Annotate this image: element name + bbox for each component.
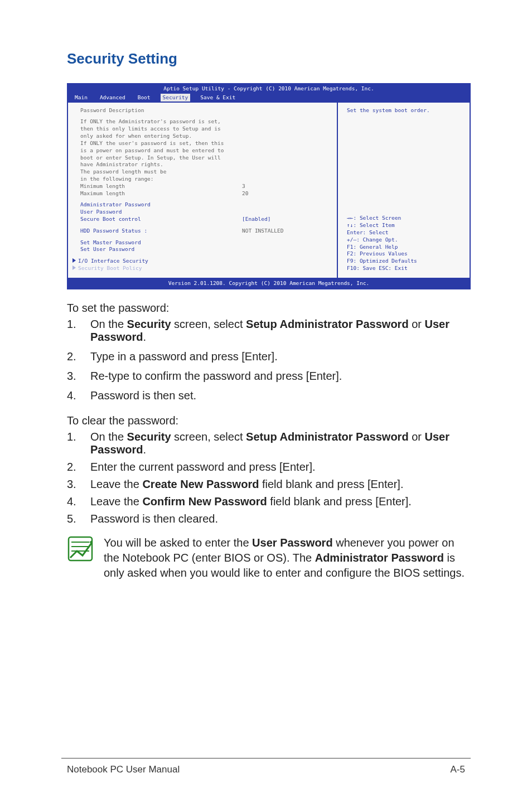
bios-desc-line: If ONLY the user's password is set, then… [80,140,331,147]
bios-key-line: Enter: Select [347,229,464,236]
step-number: 2. [67,461,90,474]
bios-menu: Main Advanced Boot Security Save & Exit [72,94,465,102]
note-box: You will be asked to enter the User Pass… [67,535,471,581]
bios-max-length: Maximum length 20 [80,190,331,197]
bios-tab-advanced: Advanced [98,94,128,102]
clear-password-lead: To clear the password: [67,414,471,427]
t: On the [90,431,127,443]
bios-item-set-user: Set User Password [80,246,331,253]
bios-key-line: F9: Optimized Defaults [347,258,464,265]
bios-key-line: →←: Select Screen [347,215,464,222]
bios-tab-main: Main [72,94,90,102]
bios-desc-line: in the following range: [80,176,331,183]
step-text: Password is then set. [90,389,471,402]
bios-desc-line: then this only limits access to Setup an… [80,125,331,133]
bios-item-user-password: User Password [80,209,331,216]
bios-max-length-label: Maximum length [80,190,242,197]
bios-secure-boot-label: Secure Boot control [80,216,242,223]
step-number: 4. [67,389,90,402]
t: field blank and press [Enter]. [267,495,412,508]
step-number: 3. [67,478,90,491]
bios-io-interface-label: I/O Interface Security [78,258,148,264]
bios-key-line: F10: Save ESC: Exit [347,265,464,272]
footer-left: Notebook PC User Manual [67,764,180,775]
step-text: Leave the Confirm New Password field bla… [90,495,471,508]
bios-key-line: +/—: Change Opt. [347,236,464,244]
bios-header-title: Aptio Setup Utility - Copyright (C) 2010… [72,85,465,93]
bios-item-admin-password: Administrator Password [80,201,331,209]
step-number: 1. [67,318,90,344]
step-text: On the Security screen, select Setup Adm… [90,318,471,344]
bios-desc-line: The password length must be [80,168,331,176]
bios-key-line: F1: General Help [347,244,464,251]
step-number: 3. [67,370,90,383]
page-footer: Notebook PC User Manual A-5 [67,764,465,775]
t: . [143,443,146,456]
t: or [409,318,425,330]
step-number: 2. [67,350,90,363]
t: screen, select [171,431,246,443]
t: Setup Administrator Password [246,318,409,330]
bios-item-set-master: Set Master Password [80,239,331,247]
t: Setup Administrator Password [246,431,409,443]
t: Security [127,318,171,330]
bios-hdd-value: NOT INSTALLED [242,228,283,235]
bios-right-panel: Set the system boot order. →←: Select Sc… [338,102,470,278]
t: . [143,331,146,343]
bios-item-io-interface: I/O Interface Security [72,258,331,265]
bios-boot-policy-label: Security Boot Policy [78,265,142,271]
bios-footer: Version 2.01.1208. Copyright (C) 2010 Am… [68,278,470,288]
bios-key-text: ↑↓: Select Item [347,222,395,228]
triangle-icon [72,258,76,263]
bios-item-secure-boot: Secure Boot control [Enabled] [80,216,331,223]
bios-min-length-label: Minimum length [80,183,242,190]
step-text: Password is then cleared. [90,513,471,525]
bios-header: Aptio Setup Utility - Copyright (C) 2010… [68,84,470,102]
t: You will be asked to enter the [104,537,252,549]
step-number: 5. [67,513,90,525]
note-text: You will be asked to enter the User Pass… [104,535,471,581]
bios-item-hdd-status: HDD Password Status : NOT INSTALLED [80,228,331,235]
t: Security [127,431,171,443]
footer-right: A-5 [451,764,465,775]
bios-key-line: F2: Previous Values [347,250,464,258]
bios-item-security-boot-policy: Security Boot Policy [72,265,331,272]
step-text: On the Security screen, select Setup Adm… [90,431,471,456]
bios-tab-save-exit: Save & Exit [198,94,238,102]
bios-desc-line: boot or enter Setup. In Setup, the User … [80,154,331,162]
t: User Password [252,537,333,549]
bios-min-length: Minimum length 3 [80,183,331,190]
triangle-icon [72,265,76,270]
step-number: 1. [67,431,90,456]
bios-hdd-label: HDD Password Status : [80,228,242,235]
t: screen, select [171,318,246,330]
bios-min-length-value: 3 [242,183,245,190]
bios-max-length-value: 20 [242,190,248,197]
t: Leave the [90,478,142,490]
bios-screenshot: Aptio Setup Utility - Copyright (C) 2010… [67,83,471,289]
t: Confirm New Password [142,495,267,508]
bios-desc-line: only asked for when entering Setup. [80,133,331,140]
bios-desc-line: have Administrator rights. [80,161,331,168]
t: On the [90,318,127,330]
t: or [409,431,425,443]
section-title: Security Setting [67,50,471,67]
bios-password-desc-heading: Password Description [80,107,331,114]
set-password-lead: To set the password: [67,302,471,315]
bios-key-help: →←: Select Screen ↑↓: Select Item Enter:… [347,215,464,272]
step-text: Enter the current password and press [En… [90,461,471,474]
bios-tab-boot: Boot [136,94,153,102]
t: Administrator Password [315,552,444,564]
clear-password-steps: 1. On the Security screen, select Setup … [67,431,471,525]
set-password-steps: 1. On the Security screen, select Setup … [67,318,471,402]
bios-tab-security: Security [161,94,191,102]
step-text: Type in a password and press [Enter]. [90,350,471,363]
step-number: 4. [67,495,90,508]
bios-desc-line: If ONLY the Administrator's password is … [80,118,331,125]
bios-key-line: ↑↓: Select Item [347,222,464,229]
footer-rule [61,758,471,758]
t: field blank and press [Enter]. [259,478,403,490]
bios-secure-boot-value: [Enabled] [242,216,270,223]
bios-desc-line: is a power on password and must be enter… [80,147,331,154]
bios-help-text: Set the system boot order. [347,107,464,114]
